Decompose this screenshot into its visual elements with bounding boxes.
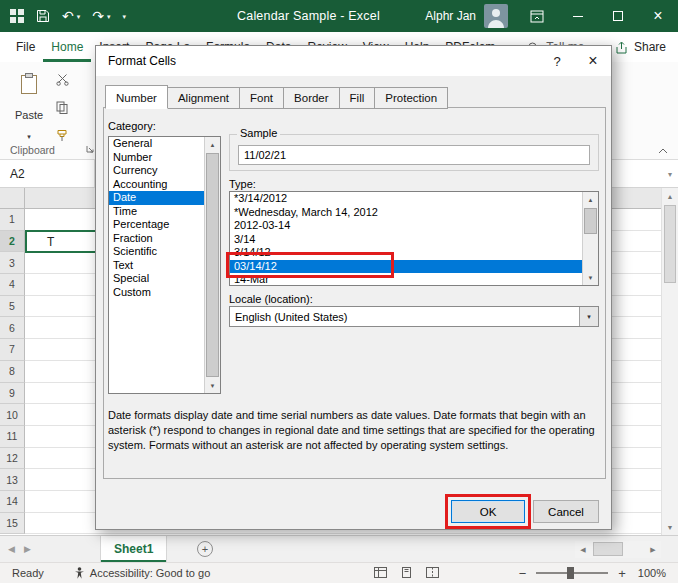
category-item[interactable]: Date xyxy=(109,191,204,205)
scroll-down-icon[interactable]: ▼ xyxy=(205,378,220,393)
category-scrollbar-thumb[interactable] xyxy=(206,153,219,377)
redo-button[interactable]: ↷ ▾ xyxy=(92,9,110,23)
redo-icon: ↷ xyxy=(92,9,104,23)
scroll-up-icon[interactable]: ▲ xyxy=(205,137,220,152)
scroll-down-icon[interactable]: ▼ xyxy=(583,270,598,285)
ribbon-display-options-icon[interactable] xyxy=(530,10,544,23)
scroll-up-icon[interactable]: ▲ xyxy=(583,192,598,207)
row-header[interactable]: 9 xyxy=(0,383,25,405)
zoom-slider-thumb[interactable] xyxy=(567,567,574,579)
category-item[interactable]: General xyxy=(109,137,204,151)
zoom-slider[interactable] xyxy=(536,572,608,574)
category-item[interactable]: Accounting xyxy=(109,178,204,192)
row-header[interactable]: 14 xyxy=(0,491,25,513)
annotation-ok-highlight xyxy=(445,494,531,529)
new-sheet-button[interactable]: + xyxy=(197,541,213,557)
ribbon-tab[interactable]: File xyxy=(8,32,43,62)
type-item[interactable]: *3/14/2012 xyxy=(230,192,582,206)
zoom-level[interactable]: 100% xyxy=(638,567,666,579)
vertical-scrollbar-thumb[interactable] xyxy=(664,205,676,283)
row-header[interactable]: 12 xyxy=(0,448,25,470)
category-item[interactable]: Percentage xyxy=(109,218,204,232)
prev-sheet-icon[interactable]: ◀ xyxy=(8,544,15,554)
formula-bar-expand-icon[interactable]: ▾ xyxy=(668,160,672,188)
titlebar: ↶ ▾ ↷ ▾ ▾ Calendar Sample - Excel Alphr … xyxy=(0,0,678,32)
type-item[interactable]: 3/14 xyxy=(230,233,582,247)
paste-button[interactable]: Paste ▾ xyxy=(8,68,50,144)
user-name[interactable]: Alphr Jan xyxy=(425,9,476,23)
format-painter-button[interactable] xyxy=(56,128,69,146)
page-layout-view-button[interactable] xyxy=(400,567,413,580)
select-all-corner[interactable] xyxy=(0,188,25,209)
name-box[interactable]: A2 xyxy=(0,160,95,187)
zoom-in-button[interactable]: + xyxy=(618,566,626,581)
accessibility-status[interactable]: Accessibility: Good to go xyxy=(74,567,210,580)
category-item[interactable]: Scientific xyxy=(109,245,204,259)
type-item[interactable]: 2012-03-14 xyxy=(230,219,582,233)
cancel-button[interactable]: Cancel xyxy=(533,500,599,523)
normal-view-button[interactable] xyxy=(374,567,387,580)
dialog-tab[interactable]: Number xyxy=(105,85,168,109)
category-scrollbar[interactable]: ▲ ▼ xyxy=(204,137,220,393)
row-header[interactable]: 1 xyxy=(0,209,25,231)
share-button[interactable]: Share xyxy=(615,40,666,54)
scroll-right-icon[interactable]: ▶ xyxy=(645,546,661,554)
sheet-tab-sheet1[interactable]: Sheet1 xyxy=(100,536,167,562)
cut-button[interactable] xyxy=(56,72,69,90)
row-header[interactable]: 2 xyxy=(0,231,25,253)
type-scrollbar-thumb[interactable] xyxy=(584,208,597,234)
category-item[interactable]: Currency xyxy=(109,164,204,178)
category-item[interactable]: Number xyxy=(109,151,204,165)
row-header[interactable]: 4 xyxy=(0,274,25,296)
locale-dropdown[interactable]: English (United States) ▾ xyxy=(229,306,599,327)
page-break-view-button[interactable] xyxy=(426,567,439,580)
maximize-button[interactable] xyxy=(598,0,638,32)
row-header[interactable]: 5 xyxy=(0,296,25,318)
copy-button[interactable] xyxy=(56,100,69,118)
clipboard-dialog-launcher[interactable] xyxy=(86,145,94,153)
type-item[interactable]: *Wednesday, March 14, 2012 xyxy=(230,206,582,220)
dialog-close-button[interactable]: × xyxy=(575,46,611,76)
row-header[interactable]: 10 xyxy=(0,404,25,426)
horizontal-scrollbar[interactable]: ◀ ▶ xyxy=(575,541,661,558)
minimize-button[interactable] xyxy=(558,0,598,32)
next-sheet-icon[interactable]: ▶ xyxy=(24,544,31,554)
category-item[interactable]: Text xyxy=(109,259,204,273)
scroll-left-icon[interactable]: ◀ xyxy=(575,546,591,554)
category-item[interactable]: Time xyxy=(109,205,204,219)
horizontal-scrollbar-track[interactable] xyxy=(591,541,645,558)
category-item[interactable]: Fraction xyxy=(109,232,204,246)
row-header[interactable]: 11 xyxy=(0,426,25,448)
scroll-up-icon[interactable]: ▲ xyxy=(662,188,678,204)
dialog-titlebar[interactable]: Format Cells ? × xyxy=(96,46,611,76)
dialog-tab[interactable]: Alignment xyxy=(168,87,240,109)
row-header[interactable]: 6 xyxy=(0,317,25,339)
row-header[interactable]: 8 xyxy=(0,361,25,383)
row-header[interactable]: 15 xyxy=(0,513,25,535)
dropdown-arrow-icon[interactable]: ▾ xyxy=(579,307,598,326)
row-header[interactable]: 13 xyxy=(0,469,25,491)
dialog-tab[interactable]: Protection xyxy=(375,87,448,109)
category-item[interactable]: Special xyxy=(109,272,204,286)
save-button[interactable] xyxy=(36,9,50,23)
vertical-scrollbar[interactable]: ▲ ▼ xyxy=(661,188,678,535)
collapse-ribbon-button[interactable] xyxy=(658,148,668,154)
type-scrollbar[interactable]: ▲ ▼ xyxy=(582,192,598,285)
row-header[interactable]: 3 xyxy=(0,252,25,274)
category-item[interactable]: Custom xyxy=(109,286,204,300)
user-avatar[interactable] xyxy=(484,4,508,28)
dialog-tab[interactable]: Font xyxy=(240,87,284,109)
ribbon-tab[interactable]: Home xyxy=(43,32,91,62)
customize-qat-button[interactable]: ▾ xyxy=(123,13,127,20)
dialog-help-button[interactable]: ? xyxy=(539,46,575,76)
undo-button[interactable]: ↶ ▾ xyxy=(62,9,80,23)
scroll-down-icon[interactable]: ▼ xyxy=(662,519,678,535)
row-header[interactable]: 7 xyxy=(0,339,25,361)
dialog-tab[interactable]: Fill xyxy=(340,87,376,109)
horizontal-scrollbar-thumb[interactable] xyxy=(593,542,623,556)
dialog-tab[interactable]: Border xyxy=(284,87,340,109)
close-button[interactable]: × xyxy=(638,0,678,32)
save-icon xyxy=(36,9,50,23)
dialog-tabs: NumberAlignmentFontBorderFillProtection xyxy=(105,87,448,109)
zoom-out-button[interactable]: − xyxy=(519,566,527,581)
